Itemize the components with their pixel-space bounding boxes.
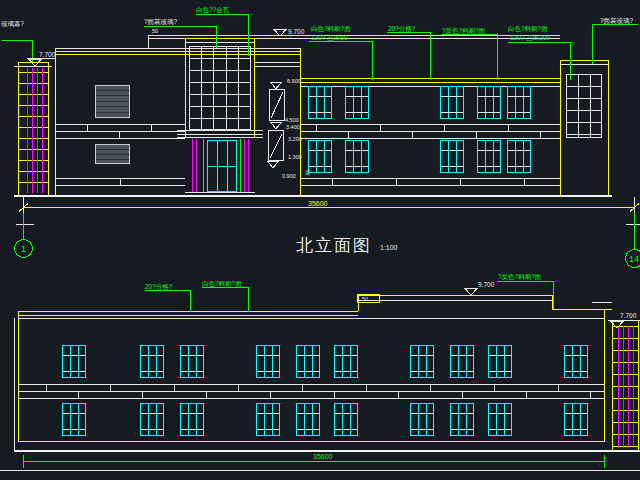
window: [411, 346, 434, 378]
level-text-6900: 6.900: [287, 78, 301, 84]
left-stair-tower: [14, 62, 52, 195]
cad-viewport[interactable]: 6.900 4.500 3.400 3.200 1.300 0.900 50: [0, 0, 640, 480]
axis-number-right: 14: [629, 254, 639, 264]
window: [181, 346, 204, 378]
drawing-scale: 1:100: [380, 244, 398, 251]
louver-window: [96, 145, 130, 164]
dimension-total: 35600: [313, 453, 333, 460]
window: [63, 346, 86, 378]
level-text-7700: 7.700: [39, 51, 56, 58]
dimension-line: 35600: [23, 453, 605, 468]
label-grid20: 20?分格?: [388, 25, 416, 33]
window: [451, 346, 474, 378]
window: [565, 346, 588, 378]
level-text-1300: 1.300: [288, 154, 302, 160]
window: [411, 404, 434, 436]
level-markers: 9.700 7.700: [27, 28, 305, 67]
level-text-9700: 9.700: [288, 28, 305, 35]
axis-number-left: 1: [21, 244, 26, 254]
cad-canvas[interactable]: 6.900 4.500 3.400 3.200 1.300 0.900 50: [0, 0, 640, 480]
title-block: 北立面图 1:100: [296, 236, 398, 255]
window: [508, 141, 531, 173]
window: [335, 404, 358, 436]
window: [257, 346, 280, 378]
label-paint-white-a1: 白色?料刷?面: [311, 25, 351, 33]
window: [346, 87, 369, 119]
level-text-3400: 3.400: [286, 124, 300, 130]
level-text-0900: 0.900: [282, 173, 296, 179]
level-text-7700: 7.700: [620, 312, 637, 319]
window: [297, 404, 320, 436]
window: [508, 87, 531, 119]
dimension-line: 35600: [16, 197, 640, 225]
label-curtain-left: ?面装玻璃?: [144, 18, 178, 25]
label-curtain-partial: 玻璃幕?: [1, 20, 25, 27]
wall-band-joints: [18, 385, 605, 399]
label-grid20: 20?分格?: [145, 283, 173, 291]
window: [478, 87, 501, 119]
louver-window: [96, 86, 130, 118]
window: [451, 404, 474, 436]
window: [335, 346, 358, 378]
window: [297, 346, 320, 378]
label-paint-dark: ?反色?料刷?面: [498, 273, 542, 280]
window: [309, 87, 332, 119]
window: [489, 346, 512, 378]
level-ladder: 6.900 4.500 3.400 3.200 1.300 0.900 50: [268, 78, 312, 179]
entrance-canopy: [177, 131, 263, 138]
right-stair-tower: [608, 320, 640, 450]
drawing-title: 北立面图: [296, 236, 372, 255]
window: [181, 404, 204, 436]
label-paint-white-b2: 120? 凸出200: [510, 34, 550, 41]
level-text-3200: 3.200: [288, 136, 302, 142]
label-curtain-right: ?面装玻璃?: [600, 17, 634, 24]
label-tag50: 50: [362, 296, 368, 302]
level-text-4500: 4.500: [285, 117, 299, 123]
window: [141, 346, 164, 378]
window: [441, 87, 464, 119]
building-outline: [0, 295, 640, 471]
window: [257, 404, 280, 436]
dimension-total: 35600: [308, 200, 328, 207]
window: [346, 141, 369, 173]
lower-elevation-drawing: 20?分格? 白色?料刷?面 ?反色?料刷?面 50 9.700 7.700 3…: [0, 273, 640, 471]
right-curtain-tower: [560, 60, 609, 195]
window: [309, 141, 332, 173]
lower-windows: [63, 346, 588, 436]
level-text-9700: 9.700: [478, 281, 495, 288]
entrance-tower: [177, 38, 263, 192]
label-paint-white-b1: 白色?料刷?面: [508, 25, 548, 33]
window: [63, 404, 86, 436]
window: [565, 404, 588, 436]
window: [441, 141, 464, 173]
right-wing-windows: [309, 87, 531, 173]
label-roof-tile: 白色??合瓦: [196, 6, 230, 14]
label-paint-white: 白色?料刷?面: [202, 280, 242, 288]
annotation-labels: 玻璃幕? ?面装玻璃? 白色??合瓦 白色?料刷?面 120? 凸出60 20?…: [1, 6, 634, 41]
window: [478, 141, 501, 173]
window: [141, 404, 164, 436]
north-elevation-drawing: 6.900 4.500 3.400 3.200 1.300 0.900 50: [1, 6, 640, 268]
label-tag50: 50: [152, 28, 158, 34]
label-paint-white-a2: 120? 凸出60: [311, 34, 348, 41]
leader-lines: [2, 14, 638, 80]
window: [489, 404, 512, 436]
label-paint-dark: ?反色?料刷?面: [442, 27, 486, 34]
